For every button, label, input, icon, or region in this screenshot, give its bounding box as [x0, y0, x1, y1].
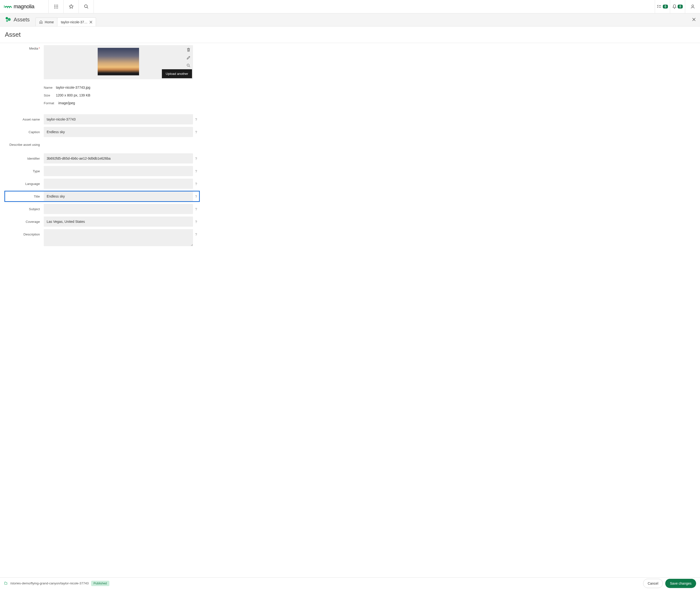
svg-point-9 [54, 8, 55, 8]
notifications-button[interactable]: 0 [670, 0, 685, 13]
svg-point-5 [57, 5, 58, 5]
home-icon [39, 20, 43, 24]
tasks-button[interactable]: 0 [655, 0, 670, 13]
subheader: Assets Home taylor-nicole-37… [0, 13, 700, 26]
panel-close-button[interactable] [692, 18, 696, 21]
svg-rect-1 [4, 7, 5, 8]
search-button[interactable] [79, 0, 94, 13]
logo-icon [4, 4, 12, 9]
svg-point-6 [54, 6, 55, 7]
apps-button[interactable] [49, 0, 64, 13]
star-icon [69, 4, 74, 9]
tab-active-label: taylor-nicole-37… [61, 20, 88, 24]
favorites-button[interactable] [64, 0, 79, 13]
asset-form: Media* U [5, 40, 199, 43]
tabs: Home taylor-nicole-37… [35, 17, 96, 26]
user-button[interactable] [685, 0, 700, 13]
topbar-spacer [94, 0, 655, 13]
close-icon [90, 21, 93, 24]
checklist-icon [657, 4, 662, 9]
svg-point-3 [54, 5, 55, 5]
svg-point-19 [6, 20, 8, 22]
tab-active[interactable]: taylor-nicole-37… [57, 17, 96, 26]
svg-point-17 [6, 17, 8, 19]
svg-point-11 [57, 8, 58, 8]
topbar: magnolia 0 0 [0, 0, 700, 13]
svg-point-7 [56, 6, 56, 7]
app-title-text: Assets [14, 16, 30, 23]
grid-icon [54, 4, 58, 9]
brand[interactable]: magnolia [4, 3, 34, 10]
app-title: Assets [5, 16, 30, 26]
brand-name: magnolia [14, 3, 34, 10]
tab-home-label: Home [45, 20, 54, 24]
svg-rect-2 [5, 6, 6, 7]
svg-point-12 [84, 5, 87, 8]
svg-point-16 [692, 5, 694, 7]
page-title: Asset [5, 31, 695, 38]
search-icon [84, 4, 89, 9]
svg-point-18 [8, 18, 11, 21]
svg-point-8 [57, 6, 58, 7]
svg-point-4 [56, 5, 56, 5]
logo-cell: magnolia [0, 0, 49, 13]
tasks-badge: 0 [663, 5, 668, 8]
assets-icon [5, 16, 11, 23]
svg-line-13 [87, 7, 88, 8]
notifications-badge: 0 [678, 5, 683, 8]
svg-rect-0 [4, 6, 5, 6]
tab-close-button[interactable] [90, 21, 93, 24]
tab-home[interactable]: Home [35, 17, 57, 26]
form-scroll: Media* U [0, 40, 700, 43]
close-icon [692, 18, 696, 21]
user-icon [690, 4, 695, 9]
svg-point-10 [56, 8, 56, 8]
bell-icon [672, 4, 677, 9]
